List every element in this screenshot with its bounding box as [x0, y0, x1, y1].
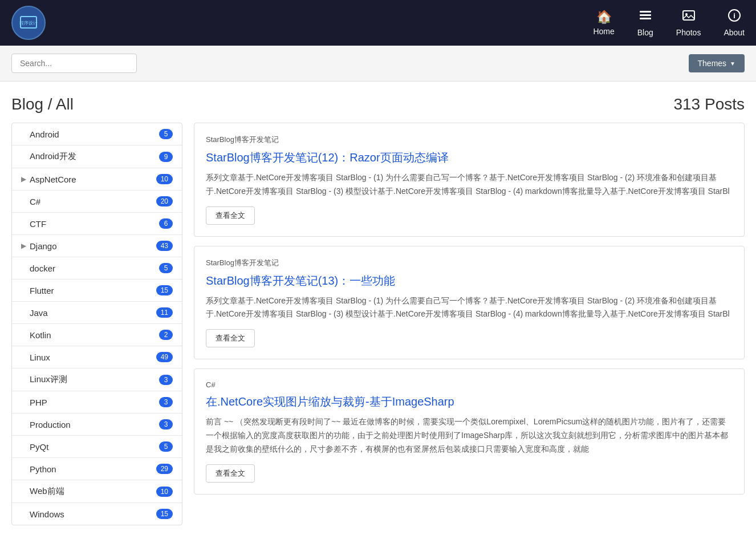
sidebar-item-count: 49	[156, 352, 173, 362]
nav-about[interactable]: i About	[724, 9, 745, 37]
nav-blog[interactable]: Blog	[637, 9, 653, 37]
post-title[interactable]: StarBlog博客开发笔记(12)：Razor页面动态编译	[206, 149, 733, 165]
blog-icon	[639, 9, 652, 26]
post-category: C#	[206, 380, 733, 389]
nav-home[interactable]: 🏠 Home	[593, 10, 614, 36]
sidebar-item-count: 15	[156, 285, 173, 295]
page-title: Blog / All	[11, 95, 74, 114]
sidebar-item-label: AspNetCore	[30, 175, 156, 184]
sidebar-item-label: Android	[30, 129, 159, 139]
content-area: StarBlog博客开发笔记 StarBlog博客开发笔记(12)：Razor页…	[194, 123, 745, 525]
sidebar-item[interactable]: ▶ docker 5	[12, 257, 182, 279]
sidebar-item-count: 3	[159, 419, 173, 430]
page-header: Blog / All 313 Posts	[0, 82, 756, 123]
sidebar-item-count: 5	[159, 441, 173, 452]
sidebar-item[interactable]: ▶ Android 5	[12, 123, 182, 145]
sidebar-item[interactable]: ▶ PHP 3	[12, 391, 182, 414]
sidebar-item[interactable]: ▶ Windows 15	[12, 503, 182, 525]
sidebar-item[interactable]: ▶ Flutter 15	[12, 279, 182, 302]
expand-icon: ▶	[21, 242, 26, 250]
svg-rect-5	[683, 11, 694, 20]
sidebar-item-label: Kotlin	[30, 330, 159, 340]
sidebar-item-label: Web前端	[30, 486, 156, 497]
sidebar-item[interactable]: ▶ Linux 49	[12, 346, 182, 368]
post-title[interactable]: StarBlog博客开发笔记(13)：一些功能	[206, 273, 733, 289]
sidebar-item[interactable]: ▶ Linux评测 3	[12, 368, 182, 391]
about-icon: i	[727, 9, 741, 26]
home-icon: 🏠	[596, 10, 612, 25]
sidebar-item-label: C#	[30, 197, 156, 206]
sidebar-item[interactable]: ▶ Production 3	[12, 414, 182, 436]
sidebar-item[interactable]: ▶ CTF 6	[12, 213, 182, 235]
read-more-button[interactable]: 查看全文	[206, 329, 255, 347]
sidebar-item-count: 3	[159, 375, 173, 385]
sidebar-item[interactable]: ▶ Android开发 9	[12, 145, 182, 168]
svg-text:i: i	[733, 11, 735, 20]
svg-rect-3	[640, 14, 651, 16]
sidebar-item-label: CTF	[30, 219, 159, 229]
sidebar-item-count: 29	[156, 464, 173, 474]
sidebar-item-count: 9	[159, 152, 173, 162]
post-category: StarBlog博客开发笔记	[206, 258, 733, 268]
sidebar-item[interactable]: ▶ Kotlin 2	[12, 324, 182, 346]
sidebar-item-label: Production	[30, 420, 159, 430]
sidebar: ▶ Android 5 ▶ Android开发 9 ▶ AspNetCore 1…	[11, 123, 182, 525]
search-bar: Themes	[0, 46, 756, 82]
post-card: StarBlog博客开发笔记 StarBlog博客开发笔记(13)：一些功能 系…	[194, 246, 745, 360]
sidebar-item-count: 5	[159, 129, 173, 139]
sidebar-item[interactable]: ▶ Java 11	[12, 302, 182, 324]
sidebar-item-count: 10	[156, 487, 173, 497]
sidebar-item-label: PHP	[30, 398, 159, 407]
nav-about-label: About	[724, 28, 745, 37]
read-more-button[interactable]: 查看全文	[206, 206, 255, 225]
post-excerpt: 前言 ~~ （突然发现断更有段时间了~~ 最近在做博客的时候，需要实现一个类似L…	[206, 415, 733, 456]
sidebar-item-label: docker	[30, 264, 159, 273]
themes-button[interactable]: Themes	[689, 54, 745, 72]
post-category: StarBlog博客开发笔记	[206, 135, 733, 145]
posts-count: 313 Posts	[673, 95, 745, 114]
sidebar-item-count: 43	[156, 241, 173, 251]
sidebar-item-label: Linux	[30, 352, 156, 362]
post-title[interactable]: 在.NetCore实现图片缩放与裁剪-基于ImageSharp	[206, 394, 733, 410]
sidebar-item-label: Python	[30, 464, 156, 474]
header: 程序设计 🏠 Home Blog	[0, 0, 756, 46]
sidebar-item[interactable]: ▶ Django 43	[12, 235, 182, 257]
sidebar-item-label: PyQt	[30, 442, 159, 452]
sidebar-item-label: Windows	[30, 509, 156, 519]
search-input[interactable]	[11, 54, 137, 73]
read-more-button[interactable]: 查看全文	[206, 464, 255, 483]
sidebar-item[interactable]: ▶ AspNetCore 10	[12, 168, 182, 191]
sidebar-item-label: Django	[30, 241, 156, 251]
sidebar-item-label: Linux评测	[30, 374, 159, 385]
sidebar-item-count: 2	[159, 330, 173, 340]
main-layout: ▶ Android 5 ▶ Android开发 9 ▶ AspNetCore 1…	[0, 123, 756, 525]
sidebar-item[interactable]: ▶ Python 29	[12, 458, 182, 480]
sidebar-item-label: Java	[30, 308, 156, 318]
expand-icon: ▶	[21, 175, 26, 183]
sidebar-item-count: 3	[159, 397, 173, 407]
sidebar-item-count: 15	[156, 509, 173, 519]
svg-rect-4	[640, 18, 651, 19]
sidebar-item-count: 5	[159, 263, 173, 273]
nav-photos[interactable]: Photos	[676, 9, 701, 37]
nav-photos-label: Photos	[676, 28, 701, 37]
post-excerpt: 系列文章基于.NetCore开发博客项目 StarBlog - (1) 为什么需…	[206, 171, 733, 198]
sidebar-item[interactable]: ▶ C# 20	[12, 191, 182, 213]
nav-home-label: Home	[593, 27, 614, 36]
sidebar-item-label: Flutter	[30, 286, 156, 295]
sidebar-item[interactable]: ▶ Web前端 10	[12, 480, 182, 503]
logo[interactable]: 程序设计	[11, 6, 46, 40]
post-excerpt: 系列文章基于.NetCore开发博客项目 StarBlog - (1) 为什么需…	[206, 294, 733, 322]
sidebar-item-count: 20	[156, 196, 173, 206]
sidebar-item[interactable]: ▶ PyQt 5	[12, 436, 182, 458]
sidebar-item-count: 11	[156, 307, 173, 318]
svg-rect-2	[640, 11, 651, 13]
svg-text:程序设计: 程序设计	[19, 21, 38, 26]
main-nav: 🏠 Home Blog Photos	[593, 9, 745, 37]
sidebar-item-label: Android开发	[30, 151, 159, 162]
post-card: C# 在.NetCore实现图片缩放与裁剪-基于ImageSharp 前言 ~~…	[194, 368, 745, 494]
nav-blog-label: Blog	[637, 28, 653, 37]
post-card: StarBlog博客开发笔记 StarBlog博客开发笔记(12)：Razor页…	[194, 123, 745, 237]
sidebar-item-count: 10	[156, 174, 173, 184]
photos-icon	[682, 9, 696, 26]
